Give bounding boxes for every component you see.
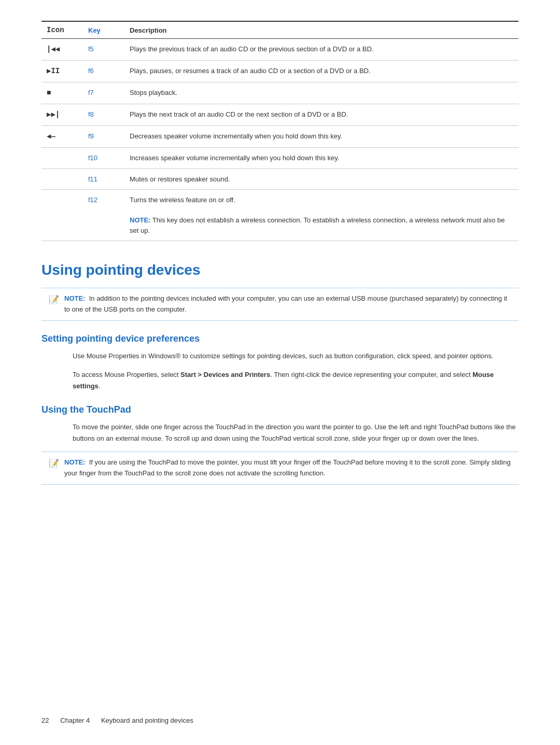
table-cell-desc: Mutes or restores speaker sound.	[124, 168, 519, 190]
table-cell-desc: Stops playback.	[124, 82, 519, 104]
table-cell-key: f12	[83, 190, 124, 241]
table-cell-key: f10	[83, 148, 124, 169]
sub1-para1: Use Mouse Properties in Windows® to cust…	[73, 350, 519, 362]
subsection-title-1: Setting pointing device preferences	[41, 333, 519, 344]
sub1-para2-suffix: .	[99, 382, 101, 390]
subsection-title-2: Using the TouchPad	[41, 404, 519, 415]
table-header-icon: Icon	[41, 21, 83, 39]
table-cell-icon: ▶II	[41, 61, 83, 82]
note-content-2: If you are using the TouchPad to move th…	[64, 458, 511, 477]
table-cell-icon	[41, 148, 83, 169]
table-cell-desc: Plays the next track of an audio CD or t…	[124, 104, 519, 126]
table-row: f11Mutes or restores speaker sound.	[41, 168, 519, 190]
table-cell-key: f5	[83, 39, 124, 61]
table-row: ◀—f9Decreases speaker volume incremental…	[41, 126, 519, 148]
note-content-1: In addition to the pointing devices incl…	[64, 294, 507, 313]
table-cell-key: f8	[83, 104, 124, 126]
table-cell-desc: Decreases speaker volume incrementally w…	[124, 126, 519, 148]
sub2-para1: To move the pointer, slide one finger ac…	[73, 421, 519, 444]
footer-chapter: Chapter 4	[60, 716, 90, 724]
note-text-2: NOTE: If you are using the TouchPad to m…	[64, 457, 511, 479]
table-cell-icon: ◀—	[41, 126, 83, 148]
note-label-1: NOTE:	[64, 294, 85, 302]
table-cell-desc: Plays the previous track of an audio CD …	[124, 39, 519, 61]
page-footer: 22 Chapter 4 Keyboard and pointing devic…	[41, 716, 519, 724]
table-cell-icon: |◀◀	[41, 39, 83, 61]
table-row: ▶IIf6Plays, pauses, or resumes a track o…	[41, 61, 519, 82]
sub1-para2-mid: . Then right-click the device representi…	[270, 371, 472, 378]
pointing-devices-section: Using pointing devices 📝 NOTE: In additi…	[41, 262, 519, 485]
table-cell-key: f7	[83, 82, 124, 104]
table-cell-icon	[41, 168, 83, 190]
table-cell-desc: Plays, pauses, or resumes a track of an …	[124, 61, 519, 82]
note-text-1: NOTE: In addition to the pointing device…	[64, 293, 511, 315]
table-cell-note: NOTE: This key does not establish a wire…	[130, 216, 505, 234]
sub1-para2: To access Mouse Properties, select Start…	[73, 369, 519, 392]
function-keys-table-section: Icon Key Description |◀◀f5Plays the prev…	[41, 21, 519, 241]
footer-page: 22	[41, 716, 49, 724]
table-cell-icon: ▶▶|	[41, 104, 83, 126]
table-cell-desc: Increases speaker volume incrementally w…	[124, 148, 519, 169]
note-box-1: 📝 NOTE: In addition to the pointing devi…	[41, 288, 519, 321]
table-cell-key: f6	[83, 61, 124, 82]
table-row: ■f7Stops playback.	[41, 82, 519, 104]
note-box-2: 📝 NOTE: If you are using the TouchPad to…	[41, 452, 519, 485]
table-cell-icon: ■	[41, 82, 83, 104]
table-row: f12Turns the wireless feature on or off.…	[41, 190, 519, 241]
table-cell-icon	[41, 190, 83, 241]
function-keys-table: Icon Key Description |◀◀f5Plays the prev…	[41, 21, 519, 241]
footer-chapter-title: Keyboard and pointing devices	[101, 716, 193, 724]
table-cell-key: f11	[83, 168, 124, 190]
table-row: ▶▶|f8Plays the next track of an audio CD…	[41, 104, 519, 126]
note-label-2: NOTE:	[64, 458, 85, 466]
sub1-para2-prefix: To access Mouse Properties, select	[73, 371, 180, 378]
table-row: |◀◀f5Plays the previous track of an audi…	[41, 39, 519, 61]
table-header-key: Key	[83, 21, 124, 39]
table-cell-key: f9	[83, 126, 124, 148]
table-header-description: Description	[124, 21, 519, 39]
sub1-para2-bold1: Start > Devices and Printers	[180, 371, 270, 378]
note-icon-1: 📝	[49, 294, 59, 304]
table-row: f10Increases speaker volume incrementall…	[41, 148, 519, 169]
section-title: Using pointing devices	[41, 262, 519, 278]
table-cell-desc: Turns the wireless feature on or off.NOT…	[124, 190, 519, 241]
note-icon-2: 📝	[49, 458, 59, 468]
